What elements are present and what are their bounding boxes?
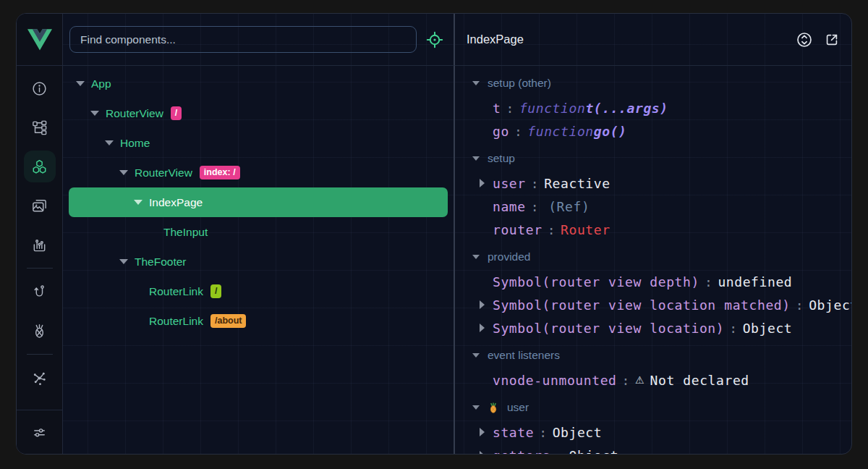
- expand-arrow-icon[interactable]: [480, 451, 485, 454]
- open-in-editor-button[interactable]: [824, 32, 840, 48]
- separator: :: [539, 425, 547, 440]
- property-row[interactable]: Symbol(router view location matched) : O…: [455, 293, 851, 316]
- property-value: undefined: [718, 274, 792, 290]
- sidebar-divider: [27, 268, 53, 269]
- expand-toggle-icon[interactable]: [105, 140, 114, 145]
- property-row[interactable]: state : Object: [455, 421, 851, 444]
- collapse-icon: [472, 353, 480, 358]
- property-value: Object: [809, 297, 851, 313]
- sidebar-item-settings[interactable]: [24, 413, 56, 452]
- expand-arrow-icon[interactable]: [480, 300, 485, 309]
- components-icon: [31, 159, 48, 175]
- scroll-to-icon: [796, 31, 813, 48]
- expand-arrow-icon[interactable]: [480, 428, 485, 436]
- expand-arrow-icon[interactable]: [480, 179, 485, 187]
- route-badge: index: /: [200, 166, 240, 180]
- collapse-icon: [472, 405, 480, 410]
- property-value: Object: [569, 448, 619, 455]
- scroll-to-component-button[interactable]: [796, 31, 813, 48]
- property-value: Object: [743, 321, 793, 336]
- tree-row-routerview[interactable]: RouterViewindex: /: [69, 158, 448, 187]
- inspector-section: setupuser : Reactivename : (Ref)router :…: [455, 145, 851, 241]
- tree-row-home[interactable]: Home: [69, 128, 448, 158]
- expand-toggle-icon[interactable]: [76, 81, 85, 86]
- expand-toggle-icon[interactable]: [119, 170, 128, 175]
- sidebar-item-graph[interactable]: [24, 358, 56, 397]
- property-key: getters: [493, 448, 550, 455]
- property-row[interactable]: go : function go(): [455, 119, 851, 143]
- function-keyword: function: [519, 101, 586, 116]
- search-input[interactable]: [69, 26, 417, 53]
- property-row[interactable]: Symbol(router view depth) : undefined: [455, 270, 851, 293]
- route-badge: /: [210, 284, 221, 299]
- section-header-setup-other-[interactable]: setup (other): [455, 70, 851, 96]
- expand-arrow-icon[interactable]: [480, 324, 485, 332]
- tree-row-routerlink[interactable]: RouterLink/about: [69, 306, 448, 336]
- tree-row-routerlink[interactable]: RouterLink/: [69, 276, 448, 306]
- router-icon: [31, 284, 48, 300]
- expand-toggle-icon[interactable]: [134, 200, 142, 205]
- property-row[interactable]: user : Reactive: [455, 172, 851, 195]
- logo-cell: [17, 14, 63, 66]
- pinia-store-icon: [488, 402, 499, 414]
- sidebar-item-timeline[interactable]: [24, 225, 56, 264]
- separator: :: [506, 101, 514, 116]
- property-value: Reactive: [544, 176, 610, 191]
- tree-row-indexpage[interactable]: IndexPage: [69, 187, 448, 217]
- sidebar-item-router[interactable]: [24, 272, 56, 311]
- tree-row-thefooter[interactable]: TheFooter: [69, 247, 448, 276]
- inspector-section: event listenersvnode-unmounted : ⚠Not de…: [455, 342, 851, 392]
- section-header-event-listeners[interactable]: event listeners: [455, 342, 851, 368]
- tree-row-routerview[interactable]: RouterView/: [69, 98, 448, 128]
- sidebar-item-tree-view[interactable]: [24, 108, 56, 147]
- timeline-icon: [31, 237, 48, 253]
- property-row[interactable]: name : (Ref): [455, 195, 851, 218]
- property-key: vnode-unmounted: [493, 373, 617, 388]
- property-value: Object: [553, 425, 603, 440]
- section-header-provided[interactable]: provided: [455, 244, 851, 270]
- vue-logo-icon: [27, 29, 52, 51]
- function-signature: t(...args): [585, 101, 668, 116]
- section-title-text: setup: [488, 152, 515, 165]
- property-row[interactable]: Symbol(router view location) : Object: [455, 316, 851, 339]
- property-row[interactable]: router : Router: [455, 218, 851, 241]
- sidebar-item-overview[interactable]: [24, 69, 56, 108]
- inspector-title: IndexPage: [467, 33, 524, 46]
- route-badge: /: [171, 106, 182, 121]
- sidebar-item-pinia[interactable]: [24, 311, 56, 350]
- collapse-icon: [472, 81, 480, 85]
- collapse-icon: [472, 156, 480, 161]
- separator: :: [548, 222, 556, 237]
- sidebar-item-components[interactable]: [24, 151, 56, 182]
- component-name: TheInput: [163, 226, 208, 239]
- section-header-user[interactable]: user: [455, 394, 851, 421]
- property-key: Symbol(router view depth): [493, 274, 699, 290]
- property-key: Symbol(router view location): [493, 321, 724, 336]
- tree-view-icon: [31, 119, 48, 136]
- function-keyword: function: [527, 124, 594, 139]
- tree-row-theinput[interactable]: TheInput: [69, 217, 448, 247]
- sidebar-item-assets[interactable]: [24, 186, 56, 225]
- assets-icon: [31, 198, 48, 214]
- property-key: go: [493, 124, 509, 139]
- property-row[interactable]: vnode-unmounted : ⚠Not declared: [455, 368, 851, 392]
- inspector-header: IndexPage: [455, 14, 851, 66]
- inspector-section: providedSymbol(router view depth) : unde…: [455, 244, 851, 339]
- tree-row-app[interactable]: App: [69, 69, 448, 98]
- component-name: TheFooter: [135, 255, 187, 269]
- component-tree: AppRouterView/HomeRouterViewindex: /Inde…: [63, 66, 455, 454]
- external-link-icon: [824, 32, 840, 48]
- property-row[interactable]: getters : Object: [455, 444, 851, 454]
- expand-slot: [480, 451, 493, 454]
- expand-toggle-icon[interactable]: [90, 111, 99, 116]
- expand-toggle-icon[interactable]: [119, 259, 128, 264]
- component-name: RouterView: [106, 107, 163, 120]
- search-bar: [63, 14, 455, 66]
- component-picker-button[interactable]: [426, 31, 443, 48]
- expand-slot: [480, 428, 493, 436]
- separator: :: [514, 124, 522, 139]
- inspector-section: userstate : Objectgetters : Object: [455, 394, 851, 454]
- property-row[interactable]: t : function t(...args): [455, 96, 851, 119]
- section-header-setup[interactable]: setup: [455, 145, 851, 172]
- component-name: RouterLink: [149, 315, 203, 328]
